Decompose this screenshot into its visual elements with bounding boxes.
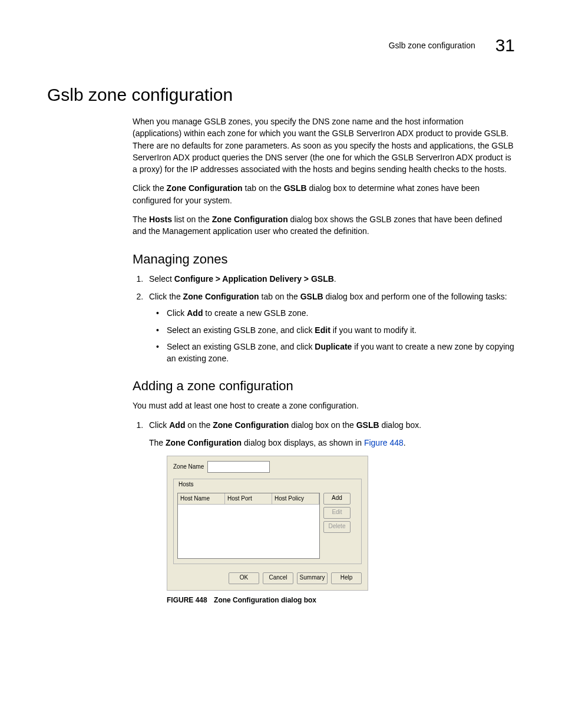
hosts-group: Hosts Host Name Host Port Host Policy: [173, 479, 362, 564]
zone-name-input[interactable]: [207, 461, 270, 473]
text: tab on the: [259, 292, 300, 301]
dialog-bottom-buttons: OK Cancel Summary Help: [173, 572, 362, 584]
hosts-legend: Hosts: [177, 480, 195, 489]
text: The: [149, 438, 166, 447]
adding-step-1-sub: The Zone Configuration dialog box displa…: [149, 437, 515, 449]
bullet-edit: Select an existing GSLB zone, and click …: [167, 324, 515, 336]
text-bold: Zone Configuration: [167, 183, 243, 193]
adding-paragraph-1: You must add at least one host to create…: [133, 400, 515, 411]
step-1: Select Configure > Application Delivery …: [146, 273, 515, 285]
step-2: Click the Zone Configuration tab on the …: [146, 291, 515, 364]
body-column: When you manage GSLB zones, you specify …: [133, 116, 515, 605]
hosts-side-buttons: Add Edit Delete: [323, 493, 351, 559]
text: Click the: [133, 183, 167, 193]
intro-paragraph-2: Click the Zone Configuration tab on the …: [133, 182, 515, 206]
help-button[interactable]: Help: [331, 572, 362, 584]
text: tab on the: [243, 183, 284, 193]
text: Click the: [149, 292, 183, 301]
adding-step-1: Click Add on the Zone Configuration dial…: [146, 419, 515, 605]
intro-paragraph-1: When you manage GSLB zones, you specify …: [133, 116, 515, 175]
text: dialog box and perform one of the follow…: [323, 292, 507, 301]
summary-button[interactable]: Summary: [297, 572, 328, 584]
zone-configuration-dialog: Zone Name Hosts Host Name Host Port: [167, 456, 368, 591]
hosts-table-header: Host Name Host Port Host Policy: [178, 493, 319, 505]
heading-adding-zone: Adding a zone configuration: [133, 378, 515, 394]
figure-number: FIGURE 448: [167, 596, 207, 604]
text-bold: Hosts: [149, 215, 172, 224]
figure-caption: FIGURE 448 Zone Configuration dialog box: [167, 595, 515, 605]
text: Select an existing GSLB zone, and click: [167, 325, 315, 335]
text-bold: Add: [169, 420, 185, 430]
text: .: [334, 274, 336, 284]
col-host-port[interactable]: Host Port: [225, 493, 272, 505]
text-bold: Zone Configuration: [212, 215, 288, 224]
zone-name-row: Zone Name: [173, 461, 362, 473]
text-bold: Zone Configuration: [213, 420, 289, 430]
text: The: [133, 215, 149, 224]
text: dialog box.: [379, 420, 422, 430]
text-bold: Zone Configuration: [166, 438, 242, 447]
text: if you want to modify it.: [330, 325, 416, 335]
text-bold: GSLB: [356, 420, 379, 430]
text: Click: [167, 308, 187, 318]
figure-link[interactable]: Figure 448: [364, 438, 404, 447]
text: .: [404, 438, 406, 447]
bullet-add: Click Add to create a new GSLB zone.: [167, 307, 515, 319]
text-bold: GSLB: [300, 292, 323, 301]
add-host-button[interactable]: Add: [323, 493, 351, 505]
edit-host-button[interactable]: Edit: [323, 507, 351, 519]
delete-host-button[interactable]: Delete: [323, 521, 351, 533]
text-bold: GSLB: [284, 183, 307, 193]
text: Select: [149, 274, 174, 284]
page: Gslb zone configuration 31 Gslb zone con…: [0, 0, 562, 728]
text-bold: Zone Configuration: [183, 292, 259, 301]
col-host-policy[interactable]: Host Policy: [272, 493, 319, 505]
text: on the: [185, 420, 213, 430]
ok-button[interactable]: OK: [229, 572, 259, 584]
figure-title: Zone Configuration dialog box: [214, 596, 316, 604]
figure-448: Zone Name Hosts Host Name Host Port: [167, 456, 515, 605]
text: dialog box displays, as shown in: [242, 438, 364, 447]
text-bold: Edit: [315, 325, 330, 335]
text: to create a new GSLB zone.: [203, 308, 308, 318]
text-bold: Duplicate: [315, 342, 352, 351]
page-title: Gslb zone configuration: [47, 85, 515, 105]
step-2-bullets: Click Add to create a new GSLB zone. Sel…: [149, 307, 515, 364]
bullet-duplicate: Select an existing GSLB zone, and click …: [167, 341, 515, 365]
text: list on the: [172, 215, 212, 224]
hosts-table[interactable]: Host Name Host Port Host Policy: [177, 493, 320, 559]
intro-paragraph-3: The Hosts list on the Zone Configuration…: [133, 213, 515, 238]
adding-steps: Click Add on the Zone Configuration dial…: [133, 419, 515, 605]
col-host-name[interactable]: Host Name: [178, 493, 225, 505]
chapter-number: 31: [495, 35, 515, 55]
text: Click: [149, 420, 169, 430]
text: dialog box on the: [289, 420, 356, 430]
managing-steps: Select Configure > Application Delivery …: [133, 273, 515, 365]
cancel-button[interactable]: Cancel: [263, 572, 293, 584]
text: Select an existing GSLB zone, and click: [167, 342, 315, 351]
heading-managing-zones: Managing zones: [133, 252, 515, 267]
page-header: Gslb zone configuration 31: [47, 35, 515, 55]
text-bold: Add: [187, 308, 203, 318]
running-header-title: Gslb zone configuration: [389, 41, 475, 50]
zone-name-label: Zone Name: [173, 463, 204, 472]
text-bold: Configure > Application Delivery > GSLB: [174, 274, 334, 284]
